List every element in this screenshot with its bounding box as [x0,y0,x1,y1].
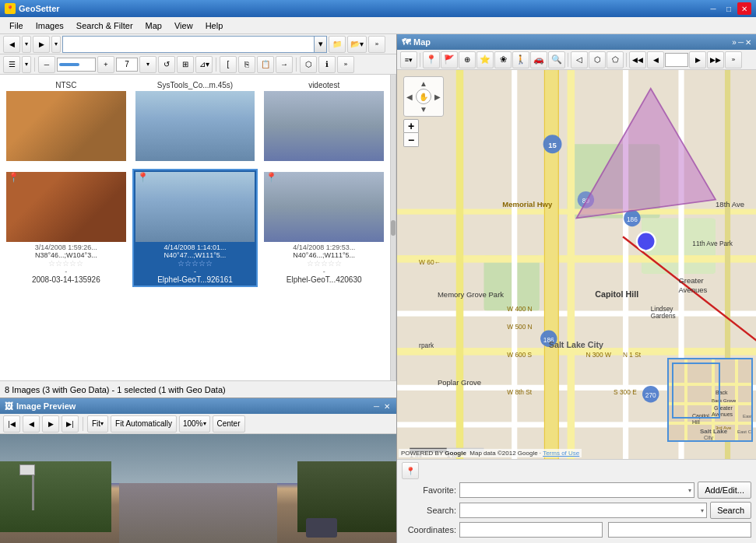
folder-extra-button[interactable]: 📂▾ [347,36,367,53]
map-flag-button[interactable]: 🚩 [441,51,458,68]
copy-button[interactable]: ⎘ [238,56,255,73]
center-button[interactable]: Center [213,415,245,433]
view-list-button[interactable]: ☰ [3,56,20,73]
prev-play-button[interactable]: ▶ [42,415,59,433]
map-polygon-button[interactable]: ⬡ [589,51,606,68]
paste-button[interactable]: 📋 [257,56,274,73]
map-target-button[interactable]: ⊕ [459,51,476,68]
preview-minimize-button[interactable]: ─ [372,402,381,411]
menu-images[interactable]: Images [30,19,70,32]
powered-by-google: POWERED BY Google [401,450,466,457]
left-bracket-button[interactable]: [ [220,56,237,73]
map-display[interactable]: 15 89 186 270 186 Memorial Hwy 18th Ave [397,70,756,459]
map-nav-left[interactable]: ◀ [406,93,413,101]
map-nav-up[interactable]: ▲ [420,79,427,88]
restore-button[interactable]: □ [722,2,736,15]
coordinate-lon-input[interactable] [608,522,751,538]
map-nav-down[interactable]: ▼ [420,105,427,114]
menu-view[interactable]: View [168,19,199,32]
favorite-combo[interactable]: ▾ [459,482,694,498]
expand-image-button[interactable]: ⬡ [300,56,317,73]
map-expand-button[interactable]: » [732,38,737,47]
map-pin-button[interactable]: 📍 [423,51,440,68]
grid-button[interactable]: ⊞ [177,56,194,73]
zoom-level-display: 7 [116,58,138,72]
prev-last-button[interactable]: ▶| [62,415,79,433]
map-car-button[interactable]: 🚗 [530,51,547,68]
overflow-button2[interactable]: » [337,56,354,73]
map-star-button[interactable]: ⭐ [476,51,494,68]
map-walk-button[interactable]: 🚶 [512,51,529,68]
overflow-button[interactable]: » [368,36,385,53]
menu-map[interactable]: Map [139,19,168,32]
svg-text:Gardens: Gardens [651,312,676,320]
map-sep-1 [420,53,420,67]
fit-button[interactable]: Fit ▾ [87,415,108,433]
map-zoom-out[interactable]: − [403,133,419,147]
svg-rect-5 [397,255,756,263]
view-dropdown-button[interactable]: ▾ [22,56,31,73]
map-select-button[interactable]: ⬠ [607,51,624,68]
thumb-item-5[interactable]: 📍 4/14/2008 1:14:01... N40°47...;W111°5.… [132,169,258,287]
thumb-item-6[interactable]: 📍 4/14/2008 1:29:53... N40°46...;W111°5.… [261,169,387,287]
mid-separator[interactable] [390,75,396,380]
thumb-item-systools[interactable]: SysTools_Co...m.45s) [132,78,258,166]
map-prev-button[interactable]: ◀◀ [629,51,646,68]
size-decrease-button[interactable]: ─ [38,56,55,73]
dropdown-arrow-btn2[interactable]: ▾ [51,36,61,53]
close-button[interactable]: ✕ [737,2,751,15]
search-button[interactable]: Search [710,502,751,519]
map-minimize-button[interactable]: ─ [738,38,744,47]
path-dropdown-button[interactable]: ▾ [315,36,327,53]
map-title-label: Map [413,37,431,47]
back-button[interactable]: ◀ [3,36,20,53]
map-search-button[interactable]: 🔍 [548,51,565,68]
fit-auto-button[interactable]: Fit Automatically [111,415,177,433]
minimize-button[interactable]: ─ [706,2,720,15]
map-zoom-in[interactable]: + [403,119,419,133]
forward-button[interactable]: ▶ [33,36,50,53]
path-input[interactable]: C:\Users\Informer IC\Desktop\guides and … [62,36,315,53]
svg-text:Avenues: Avenues [712,412,733,417]
map-scroll-btn[interactable]: ≡▾ [400,51,417,68]
prev-prev-button[interactable]: ◀ [23,415,40,433]
map-next-button[interactable]: ▶▶ [707,51,724,68]
thumb-item-videotest[interactable]: videotest [261,78,387,166]
fit-label: Fit [92,419,100,428]
menu-search-filter[interactable]: Search & Filter [70,19,139,32]
map-close-button[interactable]: ✕ [745,38,751,47]
location-pin-button[interactable]: 📍 [402,462,419,479]
preview-title-left: 🖼 Image Preview [5,401,76,411]
zoom-level-button[interactable]: 100% ▾ [179,415,210,433]
add-edit-button[interactable]: Add/Edit... [698,482,751,499]
dropdown-arrow-btn[interactable]: ▾ [22,36,31,53]
size-increase-button[interactable]: + [97,56,114,73]
svg-rect-10 [456,70,464,459]
search-combo[interactable]: ▾ [459,503,707,518]
coordinate-lat-input[interactable] [459,522,603,538]
menu-help[interactable]: Help [199,19,230,32]
map-zoom-display [665,53,688,67]
terms-link[interactable]: Terms of Use [543,450,579,457]
thumb-item-ntsc[interactable]: NTSC [3,78,129,166]
arrow-right-btn[interactable]: → [276,56,293,73]
svg-rect-11 [512,70,517,459]
zoom-dropdown-button[interactable]: ▾ [139,56,156,73]
map-left-arrow-button[interactable]: ◁ [571,51,588,68]
map-flower-button[interactable]: ❀ [494,51,512,68]
map-nav-left-button[interactable]: ◀ [647,51,664,68]
filter-button[interactable]: ⊿▾ [195,56,213,73]
image-info-button[interactable]: ℹ [318,56,336,73]
map-nav-right-button[interactable]: ▶ [689,51,706,68]
map-nav-center-btn[interactable]: ✋ [416,89,431,104]
preview-close-button[interactable]: ✕ [382,402,392,411]
thumb-img-videotest [264,91,384,161]
map-nav-right[interactable]: ▶ [434,93,441,101]
menu-file[interactable]: File [3,19,30,32]
status-bar: 8 Images (3 with Geo Data) - 1 selected … [0,380,396,398]
refresh-button[interactable]: ↺ [158,56,175,73]
folder-browse-button[interactable]: 📁 [329,36,346,53]
map-overflow-button[interactable]: » [725,51,742,68]
prev-first-button[interactable]: |◀ [3,415,20,433]
thumb-item-4[interactable]: 📍 3/14/2008 1:59:26... N38°46...;W104°3.… [3,169,129,287]
